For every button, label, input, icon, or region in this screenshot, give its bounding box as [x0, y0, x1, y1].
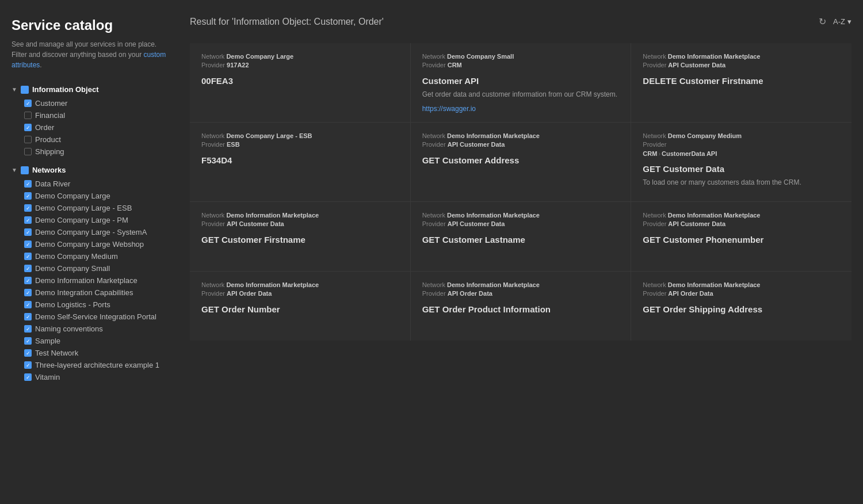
- checkbox-network[interactable]: ✓: [24, 240, 32, 248]
- tree-children-information-object: ✓ Customer Financial ✓ Order Product Shi…: [24, 97, 167, 158]
- checkbox-product[interactable]: [24, 136, 32, 143]
- list-item[interactable]: ✓Demo Information Marketplace: [24, 274, 167, 287]
- checkbox-network[interactable]: ✓: [24, 216, 32, 224]
- checkbox-network[interactable]: ✓: [24, 313, 32, 320]
- provider-label: Provider: [201, 141, 227, 148]
- section-icon-information-object: [21, 86, 29, 94]
- checkbox-shipping[interactable]: [24, 148, 32, 155]
- card-link[interactable]: https://swagger.io: [422, 105, 476, 113]
- list-item[interactable]: ✓Demo Logistics - Ports: [24, 299, 167, 311]
- table-row[interactable]: Network Demo Information MarketplaceProv…: [411, 123, 631, 201]
- sort-button[interactable]: A-Z ▾: [833, 17, 851, 26]
- provider-label: Provider: [201, 220, 227, 227]
- tree-item-order[interactable]: ✓ Order: [24, 121, 167, 133]
- provider-name: ESB: [227, 141, 240, 148]
- list-item[interactable]: ✓Vitamin: [24, 371, 167, 383]
- checkbox-network[interactable]: ✓: [24, 204, 32, 212]
- sidebar-desc-text: See and manage all your services in one …: [12, 40, 156, 59]
- table-row[interactable]: Network Demo Company Large - ESBProvider…: [190, 123, 410, 201]
- table-row[interactable]: Network Demo Information MarketplaceProv…: [190, 272, 410, 341]
- checkbox-network[interactable]: ✓: [24, 325, 32, 333]
- list-item[interactable]: ✓Test Network: [24, 347, 167, 359]
- checkbox-network[interactable]: ✓: [24, 180, 32, 188]
- list-item[interactable]: ✓Demo Company Large - SystemA: [24, 226, 167, 238]
- tree-item-product[interactable]: Product: [24, 133, 167, 146]
- list-item[interactable]: ✓Three-layered architecture example 1: [24, 359, 167, 371]
- tree-item-label-financial: Financial: [35, 111, 65, 120]
- network-label: Network: [643, 281, 667, 288]
- checkbox-customer[interactable]: ✓: [24, 100, 32, 107]
- network-label: Network: [201, 132, 226, 139]
- network-name: Demo Information Marketplace: [447, 212, 540, 219]
- card-title: GET Customer Data: [643, 164, 840, 174]
- provider-label: Provider: [422, 141, 448, 148]
- list-item[interactable]: ✓Naming conventions: [24, 323, 167, 335]
- network-name: Demo Information Marketplace: [668, 53, 761, 60]
- refresh-button[interactable]: ↻: [816, 14, 828, 29]
- network-name: Demo Information Marketplace: [668, 281, 761, 288]
- table-row[interactable]: Network Demo Company LargeProvider 917A2…: [190, 43, 410, 122]
- provider-name: API Order Data: [227, 290, 272, 297]
- list-item[interactable]: ✓Demo Company Large - ESB: [24, 202, 167, 214]
- table-row[interactable]: Network Demo Information MarketplaceProv…: [411, 202, 631, 271]
- checkbox-network[interactable]: ✓: [24, 277, 32, 284]
- provider-name2: CustomerData API: [662, 150, 717, 158]
- tree-item-label: Demo Company Large Webshop: [35, 240, 144, 249]
- card-title: GET Customer Address: [422, 155, 620, 165]
- provider-name: CRM: [448, 62, 462, 68]
- checkbox-network[interactable]: ✓: [24, 265, 32, 272]
- checkbox-network[interactable]: ✓: [24, 361, 32, 369]
- list-item[interactable]: ✓Demo Company Small: [24, 262, 167, 274]
- tree-item-label: Demo Logistics - Ports: [35, 300, 110, 309]
- list-item[interactable]: ✓Demo Company Large Webshop: [24, 238, 167, 250]
- provider-name: 917A22: [227, 62, 249, 68]
- card-description: Get order data and customer information …: [422, 89, 620, 100]
- checkbox-network[interactable]: ✓: [24, 289, 32, 296]
- checkbox-network[interactable]: ✓: [24, 373, 32, 381]
- network-name: Demo Information Marketplace: [447, 281, 540, 288]
- table-row[interactable]: Network Demo Information MarketplaceProv…: [190, 202, 410, 271]
- checkbox-network[interactable]: ✓: [24, 337, 32, 345]
- checkbox-order[interactable]: ✓: [24, 124, 32, 131]
- tree-section-header-networks[interactable]: ▼ Networks: [12, 165, 167, 175]
- checkbox-network[interactable]: ✓: [24, 192, 32, 200]
- list-item[interactable]: ✓Demo Company Large: [24, 190, 167, 202]
- tree-item-label: Demo Company Large - SystemA: [35, 228, 147, 236]
- checkbox-network[interactable]: ✓: [24, 301, 32, 308]
- provider-label: Provider: [422, 220, 448, 227]
- table-row[interactable]: Network Demo Information MarketplaceProv…: [411, 272, 631, 341]
- checkbox-network[interactable]: ✓: [24, 349, 32, 357]
- checkbox-financial[interactable]: [24, 112, 32, 119]
- tree-item-label: Demo Self-Service Integration Portal: [35, 312, 156, 321]
- list-item[interactable]: ✓Demo Company Large - PM: [24, 214, 167, 226]
- card-meta: Network Demo Information MarketplaceProv…: [643, 52, 840, 70]
- section-label-networks: Networks: [32, 166, 66, 174]
- provider-label: Provider: [643, 62, 668, 68]
- card-title: DELETE Customer Firstname: [643, 76, 840, 86]
- tree-section-header-information-object[interactable]: ▼ Information Object: [12, 84, 167, 95]
- table-row[interactable]: Network Demo Information MarketplaceProv…: [631, 43, 851, 122]
- provider-label: Provider: [201, 62, 227, 68]
- table-row[interactable]: Network Demo Company SmallProvider CRMCu…: [411, 43, 631, 122]
- checkbox-network[interactable]: ✓: [24, 253, 32, 260]
- tree-item-label: Demo Company Medium: [35, 252, 118, 261]
- tree-children-networks: ✓Data River✓Demo Company Large✓Demo Comp…: [24, 178, 167, 383]
- list-item[interactable]: ✓Demo Self-Service Integration Portal: [24, 311, 167, 323]
- tree-item-financial[interactable]: Financial: [24, 109, 167, 121]
- table-row[interactable]: Network Demo Information MarketplaceProv…: [631, 272, 851, 341]
- card-title: 00FEA3: [201, 76, 399, 86]
- tree-item-label-customer: Customer: [35, 99, 67, 108]
- table-row[interactable]: Network Demo Information MarketplaceProv…: [631, 202, 851, 271]
- results-title: Result for 'Information Object: Customer…: [190, 17, 384, 27]
- list-item[interactable]: ✓Demo Company Medium: [24, 250, 167, 262]
- list-item[interactable]: ✓Sample: [24, 335, 167, 347]
- checkbox-network[interactable]: ✓: [24, 228, 32, 236]
- table-row[interactable]: Network Demo Company MediumProvider CRM …: [631, 123, 851, 201]
- list-item[interactable]: ✓Data River: [24, 178, 167, 190]
- network-name: Demo Information Marketplace: [668, 212, 761, 219]
- card-meta: Network Demo Information MarketplaceProv…: [201, 211, 399, 229]
- tree-item-shipping[interactable]: Shipping: [24, 146, 167, 158]
- tree-item-customer[interactable]: ✓ Customer: [24, 97, 167, 109]
- card-description: To load one or many customers data from …: [643, 177, 840, 188]
- list-item[interactable]: ✓Demo Integration Capabilities: [24, 287, 167, 299]
